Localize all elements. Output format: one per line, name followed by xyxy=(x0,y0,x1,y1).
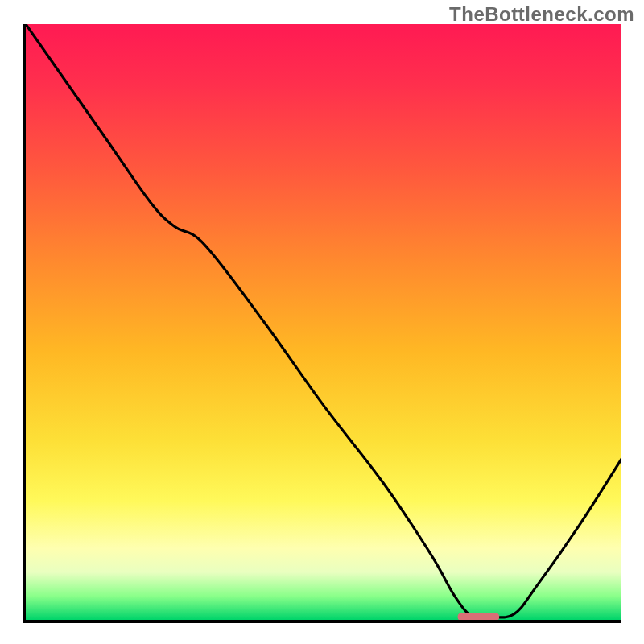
plot-area xyxy=(23,24,621,623)
chart-stage: TheBottleneck.com xyxy=(0,0,644,644)
watermark-text: TheBottleneck.com xyxy=(449,3,634,26)
optimal-marker xyxy=(458,613,500,620)
bottleneck-curve-path xyxy=(26,24,621,619)
bottleneck-curve-svg xyxy=(26,24,621,620)
